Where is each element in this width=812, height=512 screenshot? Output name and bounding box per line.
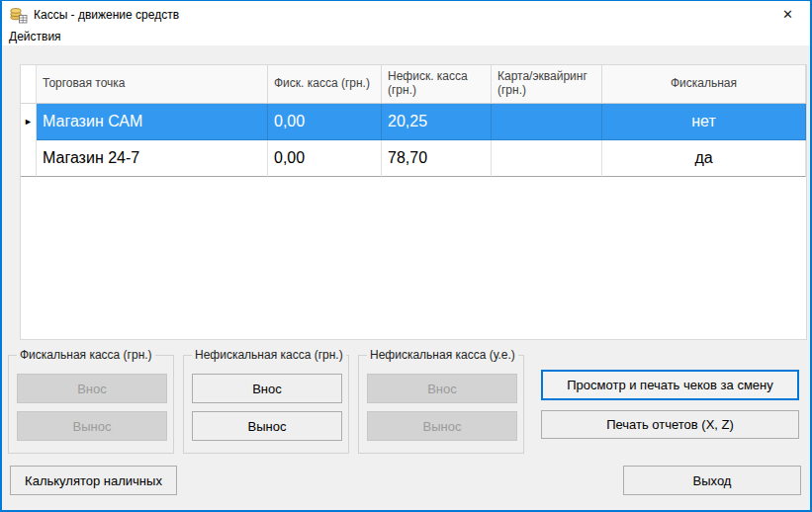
cell-card-acquiring[interactable] [492, 140, 602, 177]
group-label: Нефискальная касса (у.е.) [367, 348, 518, 362]
group-label: Нефискальная касса (грн.) [192, 348, 346, 362]
grid-empty-area [21, 177, 806, 339]
app-window: Кассы - движение средств ✕ Действия Торг… [0, 0, 812, 512]
cell-nonfiscal-cash[interactable]: 78,70 [382, 140, 492, 177]
titlebar: Кассы - движение средств ✕ [2, 1, 810, 28]
column-header-nonfiscal-cash[interactable]: Нефиск. касса (грн.) [382, 65, 492, 104]
column-header-fiscal-flag[interactable]: Фискальная [602, 65, 806, 104]
column-header-fiscal-cash[interactable]: Фиск. касса (грн.) [268, 65, 382, 104]
close-button[interactable]: ✕ [766, 1, 810, 28]
cell-nonfiscal-cash[interactable]: 20,25 [382, 104, 492, 140]
cell-fiscal-cash[interactable]: 0,00 [268, 104, 382, 140]
cash-registers-grid: Торговая точка Фиск. касса (грн.) Нефиск… [20, 64, 807, 340]
menubar: Действия [2, 28, 810, 45]
row-selector-header [21, 65, 37, 104]
cash-register-coins-icon [10, 6, 28, 24]
grid-header-row: Торговая точка Фиск. касса (грн.) Нефиск… [21, 65, 806, 104]
current-row-arrow-icon: ► [24, 118, 33, 127]
cell-fiscal-flag[interactable]: да [602, 140, 806, 177]
print-reports-button[interactable]: Печать отчетов (X, Z) [541, 410, 799, 439]
group-nonfiscal-cash-cu: Нефискальная касса (у.е.) Внос Вынос [358, 355, 524, 454]
table-row[interactable]: Магазин 24-7 0,00 78,70 да [21, 140, 806, 177]
view-print-receipts-button[interactable]: Просмотр и печать чеков за смену [541, 370, 799, 400]
deposit-button-fiscal: Внос [17, 374, 167, 403]
cell-outlet[interactable]: Магазин 24-7 [37, 140, 268, 177]
deposit-button-nonfiscal-cu: Внос [367, 374, 517, 403]
withdraw-button-nonfiscal-cu: Вынос [367, 411, 517, 441]
withdraw-button-fiscal: Вынос [17, 411, 167, 441]
group-fiscal-cash-uah: Фискальная касса (грн.) Внос Вынос [8, 355, 174, 454]
column-header-outlet[interactable]: Торговая точка [37, 65, 268, 104]
group-nonfiscal-cash-uah: Нефискальная касса (грн.) Внос Вынос [183, 355, 349, 454]
column-header-card-acquiring[interactable]: Карта/эквайринг (грн.) [492, 65, 602, 104]
cell-fiscal-cash[interactable]: 0,00 [268, 140, 382, 177]
deposit-button-nonfiscal-uah[interactable]: Внос [192, 374, 342, 403]
table-row[interactable]: ► Магазин САМ 0,00 20,25 нет [21, 104, 806, 140]
cell-card-acquiring[interactable] [492, 104, 602, 140]
current-row-selector[interactable]: ► [21, 104, 37, 140]
form-body: Торговая точка Фиск. касса (грн.) Нефиск… [2, 45, 810, 510]
group-label: Фискальная касса (грн.) [17, 348, 155, 362]
window-title: Кассы - движение средств [34, 8, 179, 22]
menu-item-actions[interactable]: Действия [2, 28, 68, 45]
exit-button[interactable]: Выход [623, 466, 801, 495]
row-selector[interactable] [21, 140, 37, 177]
cell-outlet[interactable]: Магазин САМ [37, 104, 268, 140]
cash-calculator-button[interactable]: Калькулятор наличных [10, 466, 177, 495]
cell-fiscal-flag[interactable]: нет [602, 104, 806, 140]
withdraw-button-nonfiscal-uah[interactable]: Вынос [192, 411, 342, 441]
close-icon: ✕ [782, 7, 793, 22]
